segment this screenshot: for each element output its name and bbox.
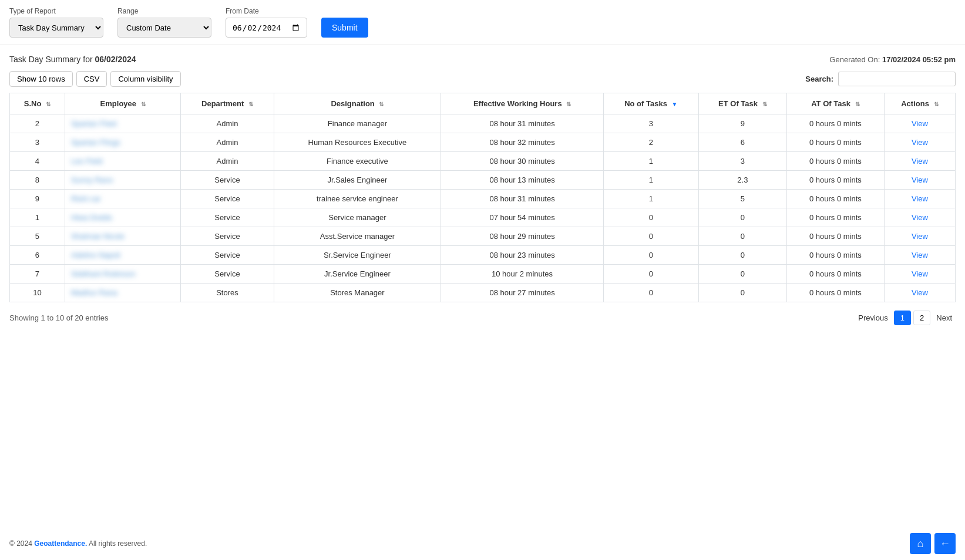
cell-designation: Jr.Service Engineer <box>274 265 441 284</box>
column-visibility-button[interactable]: Column visibility <box>110 71 180 87</box>
csv-button[interactable]: CSV <box>76 71 107 87</box>
employee-link[interactable]: Spartan Flings <box>71 138 120 147</box>
table-controls: Show 10 rows CSV Column visibility Searc… <box>9 71 956 87</box>
cell-at-task: 0 hours 0 mints <box>786 208 884 227</box>
show-rows-button[interactable]: Show 10 rows <box>9 71 73 87</box>
cell-actions: View <box>884 227 955 246</box>
type-of-report-select[interactable]: Task Day Summary Monthly Summary Weekly … <box>9 18 103 38</box>
cell-sno: 2 <box>10 114 65 133</box>
employee-link[interactable]: Spartan Fleet <box>71 119 117 128</box>
sort-icon-at: ⇅ <box>855 101 860 107</box>
page-button-2[interactable]: 2 <box>913 311 930 325</box>
search-input[interactable] <box>838 72 956 86</box>
next-button[interactable]: Next <box>933 311 956 325</box>
showing-text: Showing 1 to 10 of 20 entries <box>9 313 108 322</box>
cell-department: Service <box>181 246 274 265</box>
sort-icon-et: ⇅ <box>762 101 767 107</box>
cell-employee: Shalmae Nicole <box>65 227 180 246</box>
cell-employee: Siddhant Robinson <box>65 265 180 284</box>
cell-actions: View <box>884 208 955 227</box>
page-button-1[interactable]: 1 <box>894 311 911 325</box>
view-link[interactable]: View <box>912 176 928 184</box>
cell-no-tasks: 0 <box>603 265 698 284</box>
range-select[interactable]: Custom Date Today This Week This Month <box>117 18 211 38</box>
cell-department: Admin <box>181 114 274 133</box>
sort-icon-employee: ⇅ <box>141 101 146 107</box>
cell-et-task: 2.3 <box>698 171 786 190</box>
cell-actions: View <box>884 265 955 284</box>
cell-et-task: 6 <box>698 133 786 152</box>
cell-effective-hours: 08 hour 32 minutes <box>441 133 604 152</box>
cell-no-tasks: 1 <box>603 152 698 171</box>
cell-sno: 1 <box>10 208 65 227</box>
cell-designation: Sr.Service Engineer <box>274 246 441 265</box>
view-link[interactable]: View <box>912 288 928 297</box>
employee-link[interactable]: Shalmae Nicole <box>71 232 125 241</box>
cell-effective-hours: 08 hour 30 minutes <box>441 152 604 171</box>
cell-at-task: 0 hours 0 mints <box>786 265 884 284</box>
view-link[interactable]: View <box>912 138 928 147</box>
col-actions[interactable]: Actions ⇅ <box>884 93 955 114</box>
col-sno[interactable]: S.No ⇅ <box>10 93 65 114</box>
generated-on-value: 17/02/2024 05:52 pm <box>882 55 956 64</box>
table-row: 8Sunny RanoServiceJr.Sales Engineer08 ho… <box>10 171 956 190</box>
col-employee[interactable]: Employee ⇅ <box>65 93 180 114</box>
cell-department: Service <box>181 190 274 208</box>
table-row: 9Rishi carServicetrainee service enginee… <box>10 190 956 208</box>
employee-link[interactable]: Madhur Rana <box>71 288 117 297</box>
view-link[interactable]: View <box>912 269 928 278</box>
cell-et-task: 0 <box>698 284 786 302</box>
previous-button[interactable]: Previous <box>855 311 892 325</box>
cell-employee: Hiwa Dodds <box>65 208 180 227</box>
cell-employee: Leo Field <box>65 152 180 171</box>
col-at-task[interactable]: AT Of Task ⇅ <box>786 93 884 114</box>
cell-actions: View <box>884 114 955 133</box>
cell-no-tasks: 1 <box>603 190 698 208</box>
view-link[interactable]: View <box>912 213 928 222</box>
cell-effective-hours: 08 hour 23 minutes <box>441 246 604 265</box>
cell-sno: 10 <box>10 284 65 302</box>
cell-et-task: 0 <box>698 246 786 265</box>
employee-link[interactable]: Siddhant Robinson <box>71 269 136 278</box>
table-row: 5Shalmae NicoleServiceAsst.Service manag… <box>10 227 956 246</box>
view-link[interactable]: View <box>912 157 928 166</box>
type-of-report-label: Type of Report <box>9 7 103 15</box>
table-row: 1Hiwa DoddsServiceService manager07 hour… <box>10 208 956 227</box>
employee-link[interactable]: Hiwa Dodds <box>71 213 112 222</box>
cell-sno: 5 <box>10 227 65 246</box>
view-link[interactable]: View <box>912 232 928 241</box>
col-no-tasks[interactable]: No of Tasks ▼ <box>603 93 698 114</box>
table-controls-right: Search: <box>805 72 956 86</box>
col-effective-hours[interactable]: Effective Working Hours ⇅ <box>441 93 604 114</box>
cell-employee: Sunny Rano <box>65 171 180 190</box>
table-header-row: S.No ⇅ Employee ⇅ Department ⇅ Designati… <box>10 93 956 114</box>
generated-on-prefix: Generated On: <box>829 55 882 64</box>
submit-button[interactable]: Submit <box>321 18 368 38</box>
cell-et-task: 9 <box>698 114 786 133</box>
report-title-date: 06/02/2024 <box>95 55 136 64</box>
employee-link[interactable]: Sunny Rano <box>71 176 113 184</box>
table-row: 2Spartan FleetAdminFinance manager08 hou… <box>10 114 956 133</box>
cell-no-tasks: 1 <box>603 171 698 190</box>
cell-designation: trainee service engineer <box>274 190 441 208</box>
view-link[interactable]: View <box>912 194 928 203</box>
cell-et-task: 5 <box>698 190 786 208</box>
table-row: 6Adelino NapoliServiceSr.Service Enginee… <box>10 246 956 265</box>
cell-actions: View <box>884 171 955 190</box>
col-designation[interactable]: Designation ⇅ <box>274 93 441 114</box>
view-link[interactable]: View <box>912 251 928 259</box>
cell-at-task: 0 hours 0 mints <box>786 227 884 246</box>
col-department[interactable]: Department ⇅ <box>181 93 274 114</box>
view-link[interactable]: View <box>912 119 928 128</box>
cell-effective-hours: 08 hour 31 minutes <box>441 114 604 133</box>
cell-department: Service <box>181 208 274 227</box>
cell-designation: Jr.Sales Engineer <box>274 171 441 190</box>
table-row: 10Madhur RanaStoresStores Manager08 hour… <box>10 284 956 302</box>
employee-link[interactable]: Rishi car <box>71 194 101 203</box>
employee-link[interactable]: Adelino Napoli <box>71 251 120 259</box>
col-et-task[interactable]: ET Of Task ⇅ <box>698 93 786 114</box>
from-date-input[interactable] <box>226 18 307 38</box>
employee-link[interactable]: Leo Field <box>71 157 102 166</box>
cell-no-tasks: 3 <box>603 114 698 133</box>
cell-at-task: 0 hours 0 mints <box>786 284 884 302</box>
